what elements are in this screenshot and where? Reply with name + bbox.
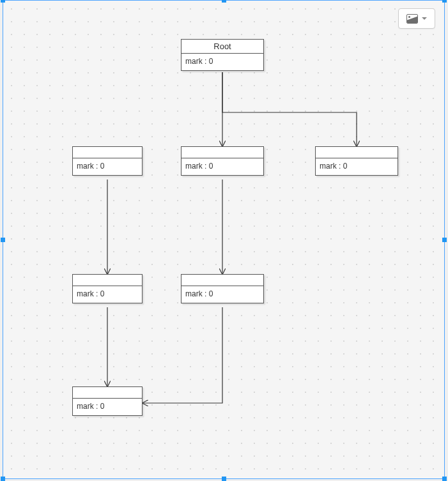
node-mid-1[interactable]: mark : 0 <box>181 146 264 176</box>
node-attribute: mark : 0 <box>182 286 263 303</box>
selection-handle[interactable] <box>442 238 447 242</box>
node-bottom[interactable]: mark : 0 <box>72 386 143 416</box>
image-icon <box>406 14 418 24</box>
node-right-1[interactable]: mark : 0 <box>315 146 398 176</box>
node-mid-2[interactable]: mark : 0 <box>181 274 264 303</box>
node-attribute: mark : 0 <box>182 158 263 175</box>
node-attribute: mark : 0 <box>182 54 263 70</box>
node-title <box>316 147 398 158</box>
selection-handle[interactable] <box>1 477 5 481</box>
node-attribute: mark : 0 <box>316 158 398 175</box>
node-title <box>73 147 142 158</box>
node-attribute: mark : 0 <box>73 399 142 415</box>
insert-image-button[interactable] <box>398 8 435 29</box>
selection-handle[interactable] <box>1 238 5 242</box>
node-left-1[interactable]: mark : 0 <box>72 146 143 176</box>
node-title <box>182 147 263 158</box>
selection-handle[interactable] <box>222 477 226 481</box>
diagram-canvas[interactable]: Root mark : 0 mark : 0 mark : 0 mark : 0… <box>3 0 445 479</box>
node-title <box>182 275 263 286</box>
node-title <box>73 275 142 286</box>
node-left-2[interactable]: mark : 0 <box>72 274 143 303</box>
node-title: Root <box>182 40 263 54</box>
selection-handle[interactable] <box>442 0 447 3</box>
node-root[interactable]: Root mark : 0 <box>181 39 264 71</box>
selection-handle[interactable] <box>442 477 447 481</box>
node-attribute: mark : 0 <box>73 286 142 303</box>
node-title <box>73 387 142 399</box>
edge[interactable] <box>222 72 357 146</box>
chevron-down-icon <box>422 17 427 20</box>
node-attribute: mark : 0 <box>73 158 142 175</box>
edge[interactable] <box>143 307 222 403</box>
edge-layer <box>3 1 445 480</box>
selection-handle[interactable] <box>222 0 226 3</box>
selection-handle[interactable] <box>1 0 5 3</box>
